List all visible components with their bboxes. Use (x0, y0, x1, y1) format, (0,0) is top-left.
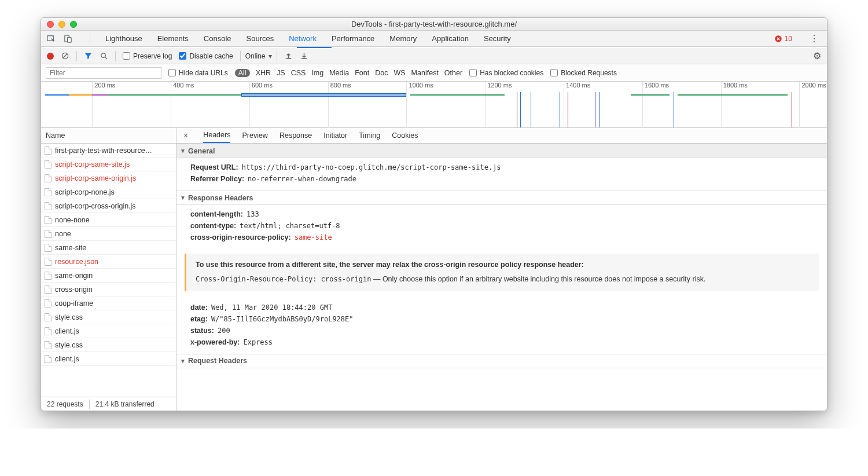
hide-data-urls-label: Hide data URLs (179, 69, 228, 77)
type-font[interactable]: Font (355, 69, 369, 77)
download-har-icon[interactable] (300, 52, 308, 60)
detail-tab-timing[interactable]: Timing (359, 128, 380, 143)
type-manifest[interactable]: Manifest (411, 69, 439, 77)
divider (115, 51, 116, 61)
blocked-requests-checkbox[interactable]: Blocked Requests (550, 69, 617, 77)
section-response-headers[interactable]: ▼Response Headers (176, 191, 827, 205)
close-detail-icon[interactable]: × (180, 131, 192, 140)
detail-tab-response[interactable]: Response (279, 128, 312, 143)
divider (76, 51, 77, 61)
overview-marker (595, 92, 595, 127)
divider (90, 34, 90, 44)
inspect-icon[interactable] (47, 34, 56, 43)
error-count: 10 (785, 35, 792, 43)
overview-marker (531, 92, 531, 127)
type-media[interactable]: Media (329, 69, 349, 77)
more-menu-icon[interactable]: ⋮ (807, 33, 821, 44)
request-row[interactable]: client.js (41, 324, 176, 338)
record-button[interactable] (47, 53, 54, 60)
etag-value: W/"85-I1lI6GczMydbABS0yD/9roL928E" (211, 315, 354, 323)
filter-input[interactable] (46, 67, 161, 79)
svg-point-6 (101, 53, 106, 58)
window-title: DevTools - first-party-test-with-resourc… (41, 20, 827, 28)
throttle-value: Online (245, 52, 266, 60)
type-doc[interactable]: Doc (375, 69, 388, 77)
request-row[interactable]: none-none (41, 213, 176, 227)
request-row[interactable]: same-site (41, 241, 176, 255)
name-column-header[interactable]: Name (41, 128, 176, 144)
type-xhr[interactable]: XHR (256, 69, 271, 77)
request-row[interactable]: script-corp-none.js (41, 185, 176, 199)
tab-memory[interactable]: Memory (389, 34, 417, 43)
type-filter: All XHR JS CSS Img Media Font Doc WS Man… (235, 69, 462, 77)
detail-tab-headers[interactable]: Headers (203, 128, 230, 143)
request-row[interactable]: client.js (41, 352, 176, 366)
request-name: none (55, 230, 71, 238)
detail-tabs: × Headers Preview Response Initiator Tim… (176, 128, 827, 144)
referrer-policy-key: Referrer Policy: (190, 175, 244, 183)
disable-cache-checkbox[interactable]: Disable cache (179, 52, 233, 60)
type-all[interactable]: All (235, 69, 250, 77)
section-request-headers[interactable]: ▼Request Headers (176, 354, 827, 368)
detail-tab-cookies[interactable]: Cookies (392, 128, 418, 143)
tab-console[interactable]: Console (204, 34, 231, 43)
file-icon (45, 174, 52, 182)
file-icon (45, 160, 52, 169)
request-row[interactable]: none (41, 227, 176, 241)
status-transferred: 21.4 kB transferred (90, 400, 160, 408)
overview-marker (599, 92, 599, 127)
content-length-value: 133 (247, 210, 259, 218)
tab-performance[interactable]: Performance (332, 34, 374, 43)
type-other[interactable]: Other (444, 69, 462, 77)
request-row[interactable]: script-corp-same-origin.js (41, 171, 176, 185)
clear-icon[interactable] (61, 52, 69, 60)
tab-elements[interactable]: Elements (157, 34, 189, 43)
type-css[interactable]: CSS (291, 69, 306, 77)
request-row[interactable]: resource.json (41, 255, 176, 269)
status-requests: 22 requests (41, 400, 89, 408)
window-titlebar: DevTools - first-party-test-with-resourc… (41, 18, 827, 31)
request-row[interactable]: cross-origin (41, 283, 176, 296)
request-row[interactable]: script-corp-same-site.js (41, 158, 176, 171)
request-row[interactable]: style.css (41, 338, 176, 352)
device-toggle-icon[interactable] (64, 34, 72, 43)
error-count-badge[interactable]: 10 (774, 35, 792, 43)
type-ws[interactable]: WS (393, 69, 405, 77)
detail-tab-preview[interactable]: Preview (242, 128, 267, 143)
tab-security[interactable]: Security (484, 34, 511, 43)
request-row[interactable]: style.css (41, 310, 176, 324)
svg-line-5 (63, 54, 68, 58)
request-url-key: Request URL: (190, 163, 238, 171)
file-icon (45, 244, 52, 252)
file-icon (45, 188, 52, 196)
filter-icon[interactable] (84, 52, 93, 60)
overview-bar (45, 94, 69, 96)
has-blocked-cookies-checkbox[interactable]: Has blocked cookies (469, 69, 543, 77)
type-img[interactable]: Img (311, 69, 323, 77)
request-row[interactable]: first-party-test-with-resource… (41, 144, 176, 158)
tab-network[interactable]: Network (289, 34, 317, 43)
section-general[interactable]: ▼General (176, 144, 827, 158)
tab-application[interactable]: Application (432, 34, 469, 43)
throttle-select[interactable]: Online ▾ (240, 51, 278, 61)
request-row[interactable]: same-origin (41, 269, 176, 283)
request-row[interactable]: coop-iframe (41, 296, 176, 310)
tab-sources[interactable]: Sources (247, 34, 274, 43)
request-row[interactable]: script-corp-cross-origin.js (41, 199, 176, 213)
settings-gear-icon[interactable]: ⚙ (813, 50, 821, 61)
file-icon (45, 327, 52, 335)
hide-data-urls-checkbox[interactable]: Hide data URLs (168, 69, 228, 77)
preserve-log-checkbox[interactable]: Preserve log (123, 52, 172, 60)
section-title: Request Headers (188, 357, 247, 365)
timeline-overview[interactable]: 200 ms 400 ms 600 ms 800 ms 1000 ms 1200… (41, 82, 827, 128)
file-icon (45, 202, 52, 210)
overview-selection (241, 93, 406, 97)
type-js[interactable]: JS (277, 69, 285, 77)
request-name: script-corp-cross-origin.js (55, 202, 136, 210)
tab-lighthouse[interactable]: Lighthouse (105, 34, 142, 43)
detail-tab-initiator[interactable]: Initiator (323, 128, 347, 143)
search-icon[interactable] (100, 52, 108, 60)
file-icon (45, 216, 52, 224)
overview-marker (792, 92, 792, 127)
upload-har-icon[interactable] (284, 52, 293, 60)
